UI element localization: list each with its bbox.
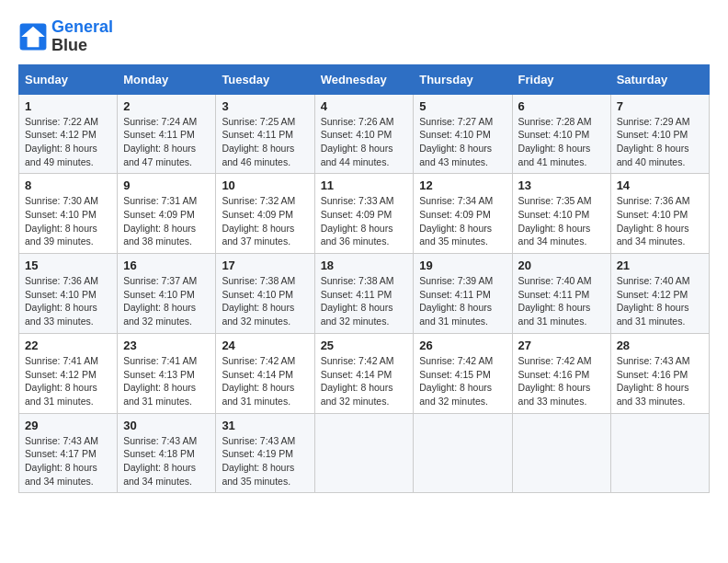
col-header-sunday: Sunday: [19, 64, 118, 94]
day-info: Sunrise: 7:34 AM Sunset: 4:09 PM Dayligh…: [419, 194, 506, 248]
calendar-cell: 22 Sunrise: 7:41 AM Sunset: 4:12 PM Dayl…: [19, 333, 118, 413]
day-number: 23: [123, 339, 210, 352]
day-number: 9: [123, 178, 210, 192]
day-info: Sunrise: 7:43 AM Sunset: 4:18 PM Dayligh…: [123, 434, 210, 488]
calendar-cell: 9 Sunrise: 7:31 AM Sunset: 4:09 PM Dayli…: [118, 174, 216, 254]
day-info: Sunrise: 7:32 AM Sunset: 4:09 PM Dayligh…: [222, 194, 308, 248]
day-info: Sunrise: 7:42 AM Sunset: 4:14 PM Dayligh…: [321, 354, 408, 408]
calendar-cell: 19 Sunrise: 7:39 AM Sunset: 4:11 PM Dayl…: [414, 254, 512, 334]
day-number: 8: [25, 178, 111, 192]
day-number: 18: [321, 259, 408, 272]
calendar-cell: 30 Sunrise: 7:43 AM Sunset: 4:18 PM Dayl…: [118, 413, 216, 493]
day-number: 1: [25, 99, 111, 113]
day-info: Sunrise: 7:43 AM Sunset: 4:16 PM Dayligh…: [617, 354, 703, 408]
day-number: 12: [419, 178, 506, 192]
day-info: Sunrise: 7:27 AM Sunset: 4:10 PM Dayligh…: [419, 115, 506, 169]
col-header-monday: Monday: [118, 64, 216, 94]
calendar-cell: 5 Sunrise: 7:27 AM Sunset: 4:10 PM Dayli…: [414, 94, 512, 174]
day-number: 16: [123, 259, 210, 272]
calendar-cell: 3 Sunrise: 7:25 AM Sunset: 4:11 PM Dayli…: [216, 94, 314, 174]
day-info: Sunrise: 7:41 AM Sunset: 4:13 PM Dayligh…: [123, 354, 210, 408]
day-number: 30: [123, 419, 210, 432]
calendar-cell: [314, 413, 414, 493]
day-info: Sunrise: 7:36 AM Sunset: 4:10 PM Dayligh…: [617, 194, 703, 248]
day-number: 5: [419, 99, 506, 113]
calendar-cell: 25 Sunrise: 7:42 AM Sunset: 4:14 PM Dayl…: [314, 333, 414, 413]
calendar-cell: 14 Sunrise: 7:36 AM Sunset: 4:10 PM Dayl…: [610, 174, 709, 254]
calendar-cell: [512, 413, 610, 493]
page-header: General Blue: [18, 18, 710, 55]
col-header-tuesday: Tuesday: [216, 64, 314, 94]
day-info: Sunrise: 7:38 AM Sunset: 4:11 PM Dayligh…: [321, 274, 408, 328]
day-number: 13: [518, 178, 605, 192]
day-info: Sunrise: 7:35 AM Sunset: 4:10 PM Dayligh…: [518, 194, 605, 248]
day-info: Sunrise: 7:31 AM Sunset: 4:09 PM Dayligh…: [123, 194, 210, 248]
day-info: Sunrise: 7:40 AM Sunset: 4:12 PM Dayligh…: [617, 274, 703, 328]
day-number: 20: [518, 259, 605, 272]
day-number: 29: [25, 419, 111, 432]
calendar-cell: 21 Sunrise: 7:40 AM Sunset: 4:12 PM Dayl…: [610, 254, 709, 334]
calendar-cell: 27 Sunrise: 7:42 AM Sunset: 4:16 PM Dayl…: [512, 333, 610, 413]
day-number: 10: [222, 178, 308, 192]
calendar-cell: 31 Sunrise: 7:43 AM Sunset: 4:19 PM Dayl…: [216, 413, 314, 493]
day-number: 15: [25, 259, 111, 272]
day-info: Sunrise: 7:42 AM Sunset: 4:15 PM Dayligh…: [419, 354, 506, 408]
calendar-cell: 7 Sunrise: 7:29 AM Sunset: 4:10 PM Dayli…: [610, 94, 709, 174]
calendar-table: SundayMondayTuesdayWednesdayThursdayFrid…: [18, 64, 710, 494]
day-number: 7: [617, 99, 703, 113]
day-info: Sunrise: 7:25 AM Sunset: 4:11 PM Dayligh…: [222, 115, 308, 169]
calendar-cell: 1 Sunrise: 7:22 AM Sunset: 4:12 PM Dayli…: [19, 94, 118, 174]
day-info: Sunrise: 7:26 AM Sunset: 4:10 PM Dayligh…: [321, 115, 408, 169]
day-number: 27: [518, 339, 605, 352]
day-info: Sunrise: 7:28 AM Sunset: 4:10 PM Dayligh…: [518, 115, 605, 169]
day-number: 17: [222, 259, 308, 272]
day-number: 2: [123, 99, 210, 113]
col-header-wednesday: Wednesday: [314, 64, 414, 94]
day-info: Sunrise: 7:24 AM Sunset: 4:11 PM Dayligh…: [123, 115, 210, 169]
col-header-thursday: Thursday: [414, 64, 512, 94]
calendar-cell: 13 Sunrise: 7:35 AM Sunset: 4:10 PM Dayl…: [512, 174, 610, 254]
day-info: Sunrise: 7:37 AM Sunset: 4:10 PM Dayligh…: [123, 274, 210, 328]
calendar-cell: 29 Sunrise: 7:43 AM Sunset: 4:17 PM Dayl…: [19, 413, 118, 493]
calendar-cell: 11 Sunrise: 7:33 AM Sunset: 4:09 PM Dayl…: [314, 174, 414, 254]
day-info: Sunrise: 7:33 AM Sunset: 4:09 PM Dayligh…: [321, 194, 408, 248]
col-header-friday: Friday: [512, 64, 610, 94]
day-number: 6: [518, 99, 605, 113]
calendar-cell: 10 Sunrise: 7:32 AM Sunset: 4:09 PM Dayl…: [216, 174, 314, 254]
day-info: Sunrise: 7:22 AM Sunset: 4:12 PM Dayligh…: [25, 115, 111, 169]
calendar-cell: 26 Sunrise: 7:42 AM Sunset: 4:15 PM Dayl…: [414, 333, 512, 413]
calendar-cell: [414, 413, 512, 493]
day-number: 25: [321, 339, 408, 352]
calendar-cell: 18 Sunrise: 7:38 AM Sunset: 4:11 PM Dayl…: [314, 254, 414, 334]
calendar-cell: [610, 413, 709, 493]
day-info: Sunrise: 7:41 AM Sunset: 4:12 PM Dayligh…: [25, 354, 111, 408]
day-info: Sunrise: 7:36 AM Sunset: 4:10 PM Dayligh…: [25, 274, 111, 328]
calendar-cell: 6 Sunrise: 7:28 AM Sunset: 4:10 PM Dayli…: [512, 94, 610, 174]
day-number: 22: [25, 339, 111, 352]
calendar-cell: 4 Sunrise: 7:26 AM Sunset: 4:10 PM Dayli…: [314, 94, 414, 174]
day-info: Sunrise: 7:43 AM Sunset: 4:19 PM Dayligh…: [222, 434, 308, 488]
day-number: 31: [222, 419, 308, 432]
day-info: Sunrise: 7:39 AM Sunset: 4:11 PM Dayligh…: [419, 274, 506, 328]
day-number: 19: [419, 259, 506, 272]
col-header-saturday: Saturday: [610, 64, 709, 94]
calendar-cell: 24 Sunrise: 7:42 AM Sunset: 4:14 PM Dayl…: [216, 333, 314, 413]
logo-text: General Blue: [51, 18, 113, 55]
calendar-cell: 23 Sunrise: 7:41 AM Sunset: 4:13 PM Dayl…: [118, 333, 216, 413]
day-info: Sunrise: 7:29 AM Sunset: 4:10 PM Dayligh…: [617, 115, 703, 169]
day-number: 24: [222, 339, 308, 352]
day-number: 11: [321, 178, 408, 192]
logo: General Blue: [18, 18, 113, 55]
logo-icon: [18, 22, 48, 52]
calendar-cell: 15 Sunrise: 7:36 AM Sunset: 4:10 PM Dayl…: [19, 254, 118, 334]
day-info: Sunrise: 7:42 AM Sunset: 4:14 PM Dayligh…: [222, 354, 308, 408]
calendar-cell: 12 Sunrise: 7:34 AM Sunset: 4:09 PM Dayl…: [414, 174, 512, 254]
calendar-cell: 2 Sunrise: 7:24 AM Sunset: 4:11 PM Dayli…: [118, 94, 216, 174]
calendar-cell: 20 Sunrise: 7:40 AM Sunset: 4:11 PM Dayl…: [512, 254, 610, 334]
day-info: Sunrise: 7:42 AM Sunset: 4:16 PM Dayligh…: [518, 354, 605, 408]
day-number: 21: [617, 259, 703, 272]
day-info: Sunrise: 7:38 AM Sunset: 4:10 PM Dayligh…: [222, 274, 308, 328]
calendar-cell: 28 Sunrise: 7:43 AM Sunset: 4:16 PM Dayl…: [610, 333, 709, 413]
day-number: 4: [321, 99, 408, 113]
day-number: 28: [617, 339, 703, 352]
